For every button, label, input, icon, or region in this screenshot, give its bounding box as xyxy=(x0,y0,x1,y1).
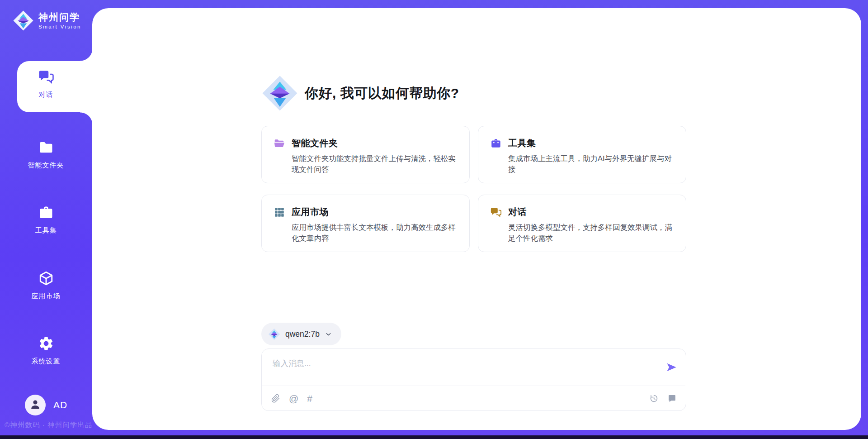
user-name: AD xyxy=(53,400,67,410)
card-smart-folder[interactable]: 智能文件夹 智能文件夹功能支持批量文件上传与清洗，轻松实现文件问答 xyxy=(261,126,470,183)
sidebar-item-toolset[interactable]: 工具集 xyxy=(0,205,92,235)
send-icon xyxy=(665,361,678,373)
card-description: 集成市场上主流工具，助力AI与外界无缝扩展与对接 xyxy=(490,153,674,175)
card-title: 智能文件夹 xyxy=(292,137,338,149)
brand-subtitle: Smart Vision xyxy=(38,24,81,29)
brand-diamond-icon xyxy=(268,328,280,340)
sidebar-item-label: 工具集 xyxy=(0,226,92,235)
card-title: 应用市场 xyxy=(292,206,329,218)
cube-icon xyxy=(38,280,54,288)
sidebar-item-app-market[interactable]: 应用市场 xyxy=(0,270,92,301)
card-chat[interactable]: 对话 灵活切换多模型文件，支持多样回复效果调试，满足个性化需求 xyxy=(478,195,686,252)
send-button[interactable] xyxy=(665,361,678,373)
sidebar-item-label: 应用市场 xyxy=(0,292,92,301)
person-icon xyxy=(29,398,42,412)
briefcase-icon xyxy=(490,138,502,149)
bottom-edge-bar xyxy=(0,435,868,439)
sidebar-item-label: 系统设置 xyxy=(0,357,92,366)
chat-square-icon[interactable] xyxy=(667,394,677,403)
brand-diamond-icon xyxy=(13,10,34,31)
greeting-title: 你好, 我可以如何帮助你? xyxy=(305,84,459,103)
at-icon[interactable]: @ xyxy=(289,394,298,403)
card-toolset[interactable]: 工具集 集成市场上主流工具，助力AI与外界无缝扩展与对接 xyxy=(478,126,686,183)
card-description: 智能文件夹功能支持批量文件上传与清洗，轻松实现文件问答 xyxy=(274,153,458,175)
card-description: 应用市场提供丰富长文本模板，助力高效生成多样化文章内容 xyxy=(274,222,458,244)
briefcase-icon xyxy=(38,215,54,222)
brand-diamond-icon xyxy=(261,75,298,112)
sidebar-item-label: 对话 xyxy=(0,91,92,99)
copyright-footer: ©神州数码 · 神州问学出品 xyxy=(5,420,92,430)
grid-icon xyxy=(274,206,285,218)
chat-icon xyxy=(490,206,502,218)
brand: 神州问学 Smart Vision xyxy=(13,10,81,31)
model-selector[interactable]: qwen2:7b xyxy=(261,323,341,345)
card-app-market[interactable]: 应用市场 应用市场提供丰富长文本模板，助力高效生成多样化文章内容 xyxy=(261,195,470,252)
sidebar-item-chat[interactable]: 对话 xyxy=(0,69,92,99)
brand-name: 神州问学 xyxy=(38,12,81,23)
folder-open-icon xyxy=(274,138,285,149)
sidebar-item-smart-folder[interactable]: 智能文件夹 xyxy=(0,139,92,170)
avatar xyxy=(25,395,46,415)
card-title: 工具集 xyxy=(508,137,536,149)
model-name: qwen2:7b xyxy=(285,329,320,339)
history-icon[interactable] xyxy=(649,394,659,403)
sidebar: 神州问学 Smart Vision 对话 智能文件夹 xyxy=(0,0,92,439)
folder-icon xyxy=(38,149,54,157)
card-description: 灵活切换多模型文件，支持多样回复效果调试，满足个性化需求 xyxy=(490,222,674,244)
gear-icon xyxy=(38,345,54,353)
sidebar-item-settings[interactable]: 系统设置 xyxy=(0,335,92,366)
main-panel: 你好, 我可以如何帮助你? 智能文件夹 智能文件夹功能支持批量文件上传与清洗，轻… xyxy=(92,8,861,430)
chevron-down-icon xyxy=(325,330,332,338)
paperclip-icon[interactable] xyxy=(271,394,280,403)
card-title: 对话 xyxy=(508,206,527,218)
feature-cards: 智能文件夹 智能文件夹功能支持批量文件上传与清洗，轻松实现文件问答 工具集 集 xyxy=(261,126,686,252)
user-profile[interactable]: AD xyxy=(25,395,67,415)
message-composer: @ # xyxy=(261,348,686,411)
sidebar-item-label: 智能文件夹 xyxy=(0,161,92,170)
chat-icon xyxy=(38,79,54,86)
message-input[interactable] xyxy=(272,355,656,372)
hash-icon[interactable]: # xyxy=(307,394,312,403)
welcome-header: 你好, 我可以如何帮助你? xyxy=(261,75,459,112)
